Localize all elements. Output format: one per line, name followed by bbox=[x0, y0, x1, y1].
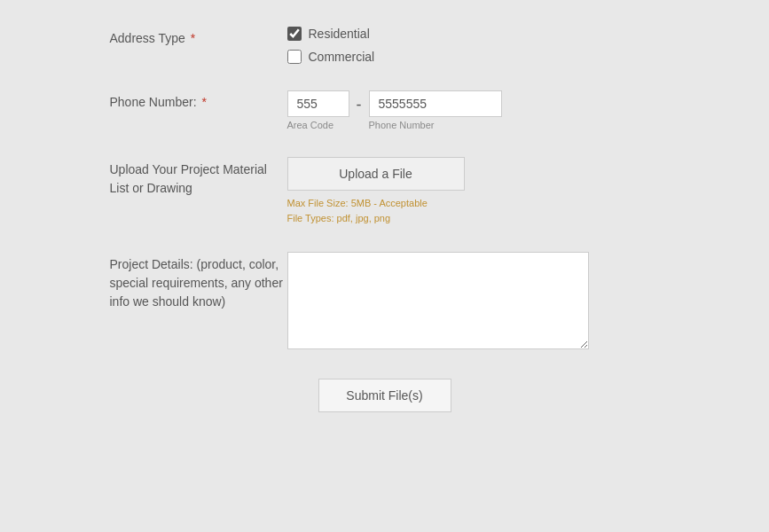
phone-number-group: Phone Number bbox=[369, 90, 502, 130]
phone-number-input[interactable] bbox=[369, 90, 502, 117]
area-code-sublabel: Area Code bbox=[287, 120, 349, 130]
phone-number-row: Phone Number: * Area Code - Phone Number bbox=[110, 90, 660, 130]
commercial-checkbox-label[interactable]: Commercial bbox=[287, 50, 660, 64]
project-details-label: Project Details: (product, color, specia… bbox=[110, 252, 287, 311]
address-type-row: Address Type * Residential Commercial bbox=[110, 27, 660, 64]
address-type-label: Address Type * bbox=[110, 27, 287, 48]
residential-label: Residential bbox=[309, 27, 370, 41]
required-indicator: * bbox=[187, 31, 195, 45]
phone-number-label: Phone Number: * bbox=[110, 90, 287, 112]
upload-info: Max File Size: 5MB - Acceptable File Typ… bbox=[287, 196, 465, 225]
required-indicator-phone: * bbox=[199, 95, 207, 109]
residential-checkbox-label[interactable]: Residential bbox=[287, 27, 660, 41]
upload-control: Upload a File Max File Size: 5MB - Accep… bbox=[287, 157, 660, 225]
address-type-checkboxes: Residential Commercial bbox=[287, 27, 660, 64]
phone-dash: - bbox=[357, 90, 362, 114]
upload-button[interactable]: Upload a File bbox=[287, 157, 465, 191]
address-type-control: Residential Commercial bbox=[287, 27, 660, 64]
upload-row: Upload Your Project Material List or Dra… bbox=[110, 157, 660, 225]
area-code-input[interactable] bbox=[287, 90, 349, 117]
commercial-label: Commercial bbox=[309, 50, 375, 64]
residential-checkbox[interactable] bbox=[287, 27, 302, 41]
project-details-textarea[interactable] bbox=[287, 252, 589, 349]
project-details-row: Project Details: (product, color, specia… bbox=[110, 252, 660, 352]
submit-row: Submit File(s) bbox=[110, 379, 660, 412]
submit-button[interactable]: Submit File(s) bbox=[318, 379, 451, 412]
form-container: Address Type * Residential Commercial Ph… bbox=[75, 0, 695, 439]
phone-number-control: Area Code - Phone Number bbox=[287, 90, 660, 130]
upload-label: Upload Your Project Material List or Dra… bbox=[110, 157, 287, 198]
commercial-checkbox[interactable] bbox=[287, 50, 302, 64]
phone-number-sublabel: Phone Number bbox=[369, 120, 502, 130]
area-code-group: Area Code bbox=[287, 90, 349, 130]
phone-group: Area Code - Phone Number bbox=[287, 90, 660, 130]
project-details-control bbox=[287, 252, 660, 352]
